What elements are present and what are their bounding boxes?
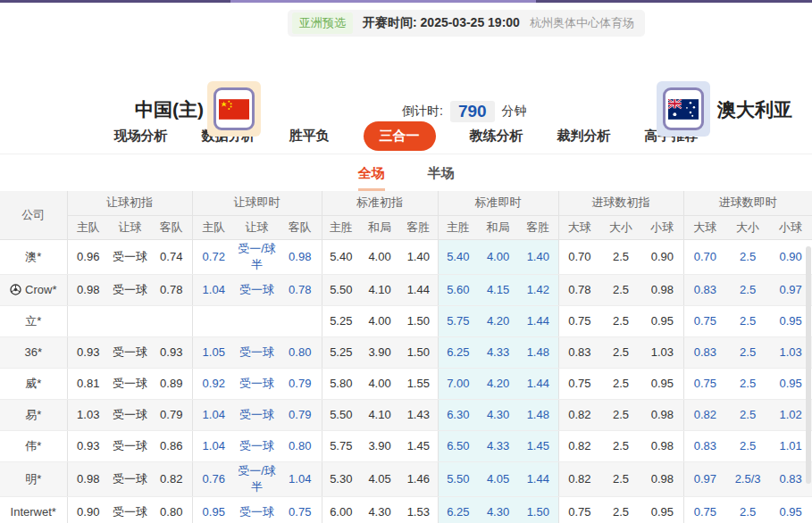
odds-cell: 1.45	[518, 430, 558, 461]
odds-cell: 1.05	[192, 336, 235, 368]
odds-cell: 0.80	[279, 336, 322, 368]
odds-cell: 1.48	[518, 336, 558, 368]
subtab-full-match[interactable]: 全场	[358, 165, 385, 191]
odds-cell: 0.82	[558, 399, 600, 430]
venue-label: 杭州奥体中心体育场	[530, 15, 634, 31]
nav-tab-live-analysis[interactable]: 现场分析	[114, 128, 168, 145]
company-link[interactable]: 明*	[0, 461, 67, 496]
odds-cell: 受一球	[235, 399, 279, 430]
group-header: 进球数即时	[683, 191, 812, 215]
odds-cell: 4.33	[478, 336, 518, 368]
odds-cell: 0.95	[641, 496, 683, 523]
odds-cell: 0.98	[279, 239, 322, 274]
odds-cell: 2.5	[726, 239, 769, 274]
odds-cell: 0.82	[151, 461, 192, 496]
company-link[interactable]: Interwet*	[0, 496, 67, 523]
odds-cell: 0.78	[279, 274, 322, 305]
odds-cell: 1.50	[399, 305, 438, 336]
teams-header: 中国(主) 倒计时: 790 分钟	[0, 37, 812, 119]
company-link[interactable]: 伟*	[0, 430, 67, 461]
odds-cell: 6.00	[322, 496, 360, 523]
odds-cell: 4.05	[478, 461, 518, 496]
company-column-header: 公司	[0, 191, 67, 239]
odds-cell: 4.10	[360, 399, 399, 430]
odds-cell: 0.90	[641, 239, 683, 274]
odds-cell: 0.98	[641, 274, 683, 305]
column-header: 大球	[683, 215, 726, 239]
group-header: 标准即时	[438, 191, 558, 215]
odds-cell: 1.53	[399, 496, 438, 523]
odds-cell: 6.30	[438, 399, 478, 430]
company-link[interactable]: 易*	[0, 399, 67, 430]
company-link[interactable]: 36*	[0, 336, 67, 368]
odds-cell: 1.50	[518, 496, 558, 523]
odds-cell: 0.92	[192, 368, 235, 399]
odds-row: 易*1.03受一球0.791.04受一球0.795.504.101.436.30…	[0, 399, 812, 430]
odds-cell: 0.83	[558, 336, 600, 368]
group-header: 标准初指	[322, 191, 438, 215]
odds-cell: 受一球	[109, 336, 151, 368]
odds-cell: 1.04	[192, 399, 235, 430]
odds-cell: 0.82	[558, 461, 600, 496]
column-header: 主胜	[322, 215, 360, 239]
odds-cell: 1.46	[399, 461, 438, 496]
odds-cell: 0.98	[67, 274, 109, 305]
odds-cell: 6.25	[438, 496, 478, 523]
odds-cell: 4.00	[478, 239, 518, 274]
scrollbar-thumb[interactable]	[806, 246, 811, 484]
column-header: 主胜	[438, 215, 478, 239]
odds-cell: 1.04	[279, 461, 322, 496]
odds-cell: 3.90	[360, 430, 399, 461]
odds-cell: 受一球	[109, 461, 151, 496]
column-header: 小球	[769, 215, 812, 239]
match-info-bar: 亚洲预选 开赛时间: 2025-03-25 19:00 杭州奥体中心体育场	[288, 10, 645, 37]
odds-cell: 5.75	[322, 430, 360, 461]
company-link[interactable]: Crow*	[0, 274, 67, 305]
odds-cell: 5.50	[322, 399, 360, 430]
odds-cell: 4.05	[360, 461, 399, 496]
odds-cell: 0.83	[683, 274, 726, 305]
column-header: 大球	[558, 215, 600, 239]
odds-cell: 0.96	[67, 239, 109, 274]
nav-tab-coach-analysis[interactable]: 教练分析	[470, 128, 523, 145]
odds-cell: 0.70	[558, 239, 600, 274]
odds-cell: 1.03	[641, 336, 683, 368]
company-link[interactable]: 威*	[0, 368, 67, 399]
nav-tab-win-draw-lose[interactable]: 胜平负	[289, 128, 330, 145]
odds-cell: 0.90	[67, 496, 109, 523]
odds-cell: 5.50	[438, 461, 478, 496]
nav-tab-referee-analysis[interactable]: 裁判分析	[557, 128, 611, 145]
group-header: 进球数初指	[558, 191, 683, 215]
odds-table: 公司让球初指让球即时标准初指标准即时进球数初指进球数即时主队让球客队主队让球客队…	[0, 191, 812, 523]
nav-tab-three-in-one[interactable]: 三合一	[364, 121, 436, 151]
odds-cell: 0.95	[641, 305, 683, 336]
odds-cell: 0.76	[192, 461, 235, 496]
odds-cell: 0.98	[641, 399, 683, 430]
odds-cell: 0.75	[683, 368, 726, 399]
odds-row: 36*0.93受一球0.931.05受一球0.805.253.901.506.2…	[0, 336, 812, 368]
column-header: 主队	[67, 215, 109, 239]
odds-row: 立*5.254.001.505.754.201.440.752.50.950.7…	[0, 305, 812, 336]
odds-cell: 2.5	[600, 399, 641, 430]
odds-cell: 4.33	[478, 430, 518, 461]
odds-cell: 6.25	[438, 336, 478, 368]
kickoff-time: 开赛时间: 2025-03-25 19:00	[363, 15, 520, 31]
odds-cell: 2.5	[600, 496, 641, 523]
countdown-unit: 分钟	[502, 104, 527, 120]
odds-cell: 0.78	[558, 274, 600, 305]
odds-cell: 2.5	[726, 496, 769, 523]
odds-cell: 2.5/3	[726, 461, 769, 496]
odds-cell: 0.72	[192, 239, 235, 274]
odds-cell: 0.93	[151, 336, 192, 368]
odds-cell: 受一球	[235, 496, 279, 523]
odds-cell: 1.03	[67, 399, 109, 430]
subtab-half-match[interactable]: 半场	[428, 165, 455, 191]
odds-cell: 0.75	[683, 305, 726, 336]
company-link[interactable]: 澳*	[0, 239, 67, 274]
company-link[interactable]: 立*	[0, 305, 67, 336]
odds-cell: 3.90	[360, 336, 399, 368]
odds-cell: 2.5	[600, 274, 641, 305]
column-header: 客胜	[518, 215, 558, 239]
odds-cell: 0.75	[683, 496, 726, 523]
top-progress-bar	[0, 0, 812, 3]
